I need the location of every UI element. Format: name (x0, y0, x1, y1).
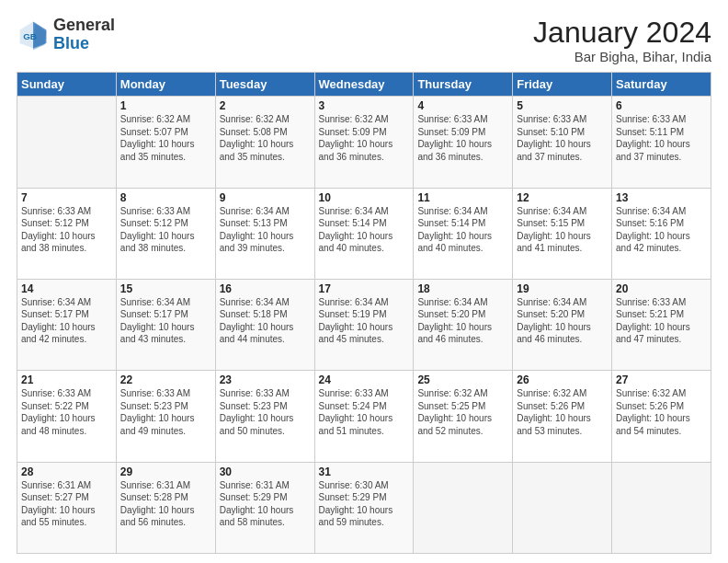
day-info: Sunrise: 6:34 AM Sunset: 5:13 PM Dayligh… (220, 205, 311, 255)
day-info: Sunrise: 6:33 AM Sunset: 5:23 PM Dayligh… (220, 387, 311, 437)
day-info: Sunrise: 6:34 AM Sunset: 5:16 PM Dayligh… (616, 205, 707, 255)
day-number: 30 (220, 465, 311, 478)
calendar-header-wednesday: Wednesday (314, 73, 414, 97)
calendar-day-cell: 10Sunrise: 6:34 AM Sunset: 5:14 PM Dayli… (314, 188, 414, 279)
day-number: 11 (417, 191, 508, 204)
day-number: 23 (220, 373, 311, 386)
day-number: 19 (517, 282, 608, 295)
day-info: Sunrise: 6:33 AM Sunset: 5:22 PM Dayligh… (21, 387, 112, 437)
calendar-day-cell: 1Sunrise: 6:32 AM Sunset: 5:07 PM Daylig… (116, 97, 215, 188)
calendar-day-cell: 30Sunrise: 6:31 AM Sunset: 5:29 PM Dayli… (215, 462, 314, 553)
day-info: Sunrise: 6:31 AM Sunset: 5:29 PM Dayligh… (220, 479, 311, 529)
day-info: Sunrise: 6:33 AM Sunset: 5:24 PM Dayligh… (319, 387, 410, 437)
day-info: Sunrise: 6:31 AM Sunset: 5:28 PM Dayligh… (120, 479, 211, 529)
day-number: 26 (517, 373, 608, 386)
day-number: 16 (220, 282, 311, 295)
calendar-week-row: 21Sunrise: 6:33 AM Sunset: 5:22 PM Dayli… (17, 371, 711, 462)
day-info: Sunrise: 6:32 AM Sunset: 5:08 PM Dayligh… (220, 113, 311, 163)
calendar-day-cell: 6Sunrise: 6:33 AM Sunset: 5:11 PM Daylig… (612, 97, 711, 188)
calendar-header-monday: Monday (116, 73, 215, 97)
calendar-header-thursday: Thursday (414, 73, 513, 97)
day-info: Sunrise: 6:32 AM Sunset: 5:25 PM Dayligh… (417, 387, 508, 437)
day-info: Sunrise: 6:32 AM Sunset: 5:26 PM Dayligh… (517, 387, 608, 437)
day-number: 25 (417, 373, 508, 386)
day-info: Sunrise: 6:34 AM Sunset: 5:19 PM Dayligh… (319, 296, 410, 346)
day-number: 2 (220, 99, 311, 112)
day-info: Sunrise: 6:32 AM Sunset: 5:07 PM Dayligh… (120, 113, 211, 163)
day-number: 5 (517, 99, 608, 112)
calendar-week-row: 1Sunrise: 6:32 AM Sunset: 5:07 PM Daylig… (17, 97, 711, 188)
day-number: 20 (616, 282, 707, 295)
day-info: Sunrise: 6:34 AM Sunset: 5:14 PM Dayligh… (417, 205, 508, 255)
calendar-day-cell (17, 97, 117, 188)
day-info: Sunrise: 6:32 AM Sunset: 5:26 PM Dayligh… (616, 387, 707, 437)
calendar-week-row: 14Sunrise: 6:34 AM Sunset: 5:17 PM Dayli… (17, 279, 711, 370)
day-info: Sunrise: 6:34 AM Sunset: 5:17 PM Dayligh… (120, 296, 211, 346)
day-number: 7 (21, 191, 112, 204)
day-info: Sunrise: 6:33 AM Sunset: 5:10 PM Dayligh… (517, 113, 608, 163)
calendar-header-friday: Friday (513, 73, 612, 97)
day-info: Sunrise: 6:33 AM Sunset: 5:12 PM Dayligh… (21, 205, 112, 255)
day-number: 17 (319, 282, 410, 295)
day-number: 12 (517, 191, 608, 204)
calendar-header-tuesday: Tuesday (215, 73, 314, 97)
calendar-day-cell: 5Sunrise: 6:33 AM Sunset: 5:10 PM Daylig… (513, 97, 612, 188)
calendar-day-cell: 22Sunrise: 6:33 AM Sunset: 5:23 PM Dayli… (116, 371, 215, 462)
day-number: 18 (417, 282, 508, 295)
calendar-day-cell: 4Sunrise: 6:33 AM Sunset: 5:09 PM Daylig… (414, 97, 513, 188)
calendar-day-cell: 24Sunrise: 6:33 AM Sunset: 5:24 PM Dayli… (314, 371, 414, 462)
calendar-day-cell: 28Sunrise: 6:31 AM Sunset: 5:27 PM Dayli… (17, 462, 117, 553)
calendar-day-cell: 19Sunrise: 6:34 AM Sunset: 5:20 PM Dayli… (513, 279, 612, 370)
day-number: 21 (21, 373, 112, 386)
day-number: 6 (616, 99, 707, 112)
calendar-day-cell: 12Sunrise: 6:34 AM Sunset: 5:15 PM Dayli… (513, 188, 612, 279)
calendar-day-cell: 29Sunrise: 6:31 AM Sunset: 5:28 PM Dayli… (116, 462, 215, 553)
day-info: Sunrise: 6:32 AM Sunset: 5:09 PM Dayligh… (319, 113, 410, 163)
calendar-day-cell: 11Sunrise: 6:34 AM Sunset: 5:14 PM Dayli… (414, 188, 513, 279)
day-info: Sunrise: 6:33 AM Sunset: 5:12 PM Dayligh… (120, 205, 211, 255)
logo-blue-text: Blue (53, 35, 89, 53)
day-number: 27 (616, 373, 707, 386)
day-info: Sunrise: 6:33 AM Sunset: 5:11 PM Dayligh… (616, 113, 707, 163)
sub-title: Bar Bigha, Bihar, India (533, 49, 711, 64)
day-number: 14 (21, 282, 112, 295)
calendar-day-cell: 18Sunrise: 6:34 AM Sunset: 5:20 PM Dayli… (414, 279, 513, 370)
calendar-day-cell: 16Sunrise: 6:34 AM Sunset: 5:18 PM Dayli… (215, 279, 314, 370)
calendar-day-cell: 15Sunrise: 6:34 AM Sunset: 5:17 PM Dayli… (116, 279, 215, 370)
day-info: Sunrise: 6:34 AM Sunset: 5:14 PM Dayligh… (319, 205, 410, 255)
calendar-day-cell: 27Sunrise: 6:32 AM Sunset: 5:26 PM Dayli… (612, 371, 711, 462)
calendar-day-cell: 13Sunrise: 6:34 AM Sunset: 5:16 PM Dayli… (612, 188, 711, 279)
day-number: 9 (220, 191, 311, 204)
day-info: Sunrise: 6:33 AM Sunset: 5:23 PM Dayligh… (120, 387, 211, 437)
day-info: Sunrise: 6:34 AM Sunset: 5:15 PM Dayligh… (517, 205, 608, 255)
day-number: 28 (21, 465, 112, 478)
logo: GB General Blue (17, 17, 115, 53)
day-info: Sunrise: 6:34 AM Sunset: 5:20 PM Dayligh… (417, 296, 508, 346)
logo-icon: GB (17, 18, 50, 52)
calendar-day-cell: 3Sunrise: 6:32 AM Sunset: 5:09 PM Daylig… (314, 97, 414, 188)
day-number: 13 (616, 191, 707, 204)
day-info: Sunrise: 6:30 AM Sunset: 5:29 PM Dayligh… (319, 479, 410, 529)
calendar-day-cell: 8Sunrise: 6:33 AM Sunset: 5:12 PM Daylig… (116, 188, 215, 279)
calendar-header-row: SundayMondayTuesdayWednesdayThursdayFrid… (17, 73, 711, 97)
calendar-day-cell: 23Sunrise: 6:33 AM Sunset: 5:23 PM Dayli… (215, 371, 314, 462)
calendar-day-cell: 25Sunrise: 6:32 AM Sunset: 5:25 PM Dayli… (414, 371, 513, 462)
calendar-day-cell: 17Sunrise: 6:34 AM Sunset: 5:19 PM Dayli… (314, 279, 414, 370)
day-number: 22 (120, 373, 211, 386)
day-number: 29 (120, 465, 211, 478)
calendar-week-row: 28Sunrise: 6:31 AM Sunset: 5:27 PM Dayli… (17, 462, 711, 553)
svg-text:GB: GB (23, 31, 37, 41)
day-number: 1 (120, 99, 211, 112)
calendar-day-cell: 7Sunrise: 6:33 AM Sunset: 5:12 PM Daylig… (17, 188, 117, 279)
calendar-day-cell (612, 462, 711, 553)
calendar-day-cell: 31Sunrise: 6:30 AM Sunset: 5:29 PM Dayli… (314, 462, 414, 553)
calendar-day-cell: 9Sunrise: 6:34 AM Sunset: 5:13 PM Daylig… (215, 188, 314, 279)
day-info: Sunrise: 6:33 AM Sunset: 5:21 PM Dayligh… (616, 296, 707, 346)
calendar-header-sunday: Sunday (17, 73, 117, 97)
day-number: 15 (120, 282, 211, 295)
calendar-day-cell: 21Sunrise: 6:33 AM Sunset: 5:22 PM Dayli… (17, 371, 117, 462)
day-number: 24 (319, 373, 410, 386)
day-info: Sunrise: 6:34 AM Sunset: 5:18 PM Dayligh… (220, 296, 311, 346)
day-number: 31 (319, 465, 410, 478)
calendar-day-cell: 2Sunrise: 6:32 AM Sunset: 5:08 PM Daylig… (215, 97, 314, 188)
